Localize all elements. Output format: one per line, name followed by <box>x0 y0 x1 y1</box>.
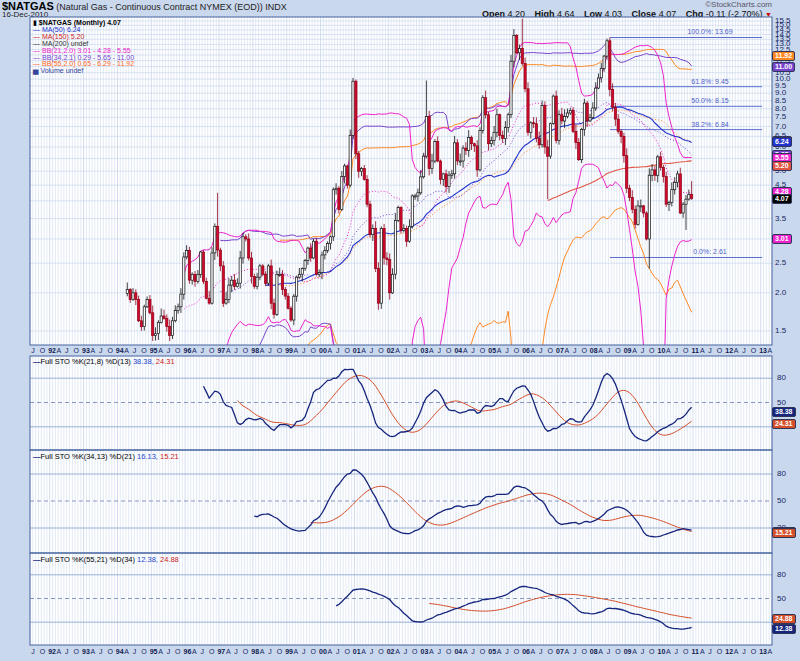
stoch3-d-value: 24.88 <box>160 555 179 564</box>
line-swatch-icon: — <box>33 357 41 366</box>
stoch1-k-value: 38.38, <box>133 357 154 366</box>
stoch2-d-value: 15.21 <box>160 452 179 461</box>
stockcharts-natgas-monthly-chart: 100.0%: 13.6961.8%: 9.4550.0%: 8.1538.2%… <box>0 0 800 661</box>
stoch1-legend: —Full STO %K(21,8) %D(13) 38.38, 24.31 <box>33 357 175 366</box>
stoch3-k-value: 12.38, <box>137 555 158 564</box>
stoch1-label: Full STO %K(21,8) %D(13) <box>41 357 133 366</box>
stoch2-label: Full STO %K(34,13) %D(21) <box>41 452 138 461</box>
line-swatch-icon: — <box>33 555 41 564</box>
stoch2-k-value: 16.13, <box>137 452 158 461</box>
stoch1-d-value: 24.31 <box>156 357 175 366</box>
stoch2-legend: —Full STO %K(34,13) %D(21) 16.13, 15.21 <box>33 452 179 461</box>
stoch3-label: Full STO %K(55,21) %D(34) <box>41 555 138 564</box>
stoch3-legend: —Full STO %K(55,21) %D(34) 12.38, 24.88 <box>33 555 179 564</box>
line-swatch-icon: — <box>33 452 41 461</box>
